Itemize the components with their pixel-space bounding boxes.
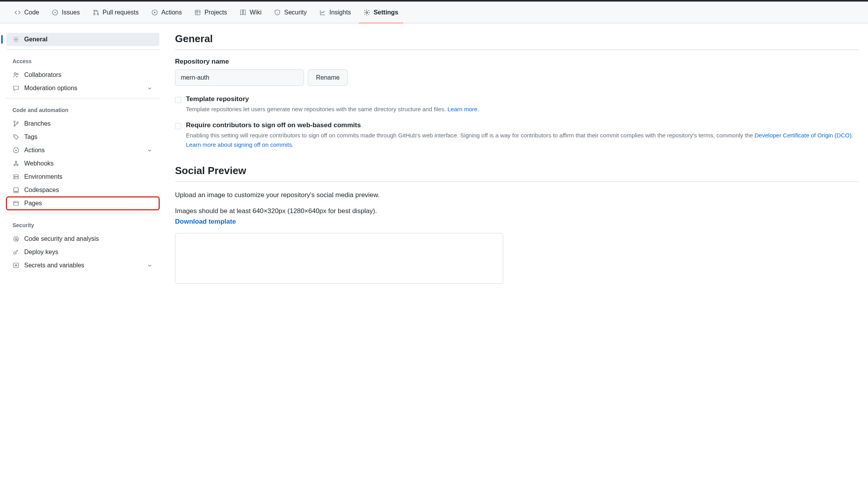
rename-button[interactable]: Rename [308,69,348,86]
svg-rect-29 [14,188,18,191]
svg-point-19 [14,135,15,136]
signoff-checkbox[interactable] [175,123,181,129]
code-icon [14,9,21,16]
svg-rect-7 [195,10,200,15]
sidebar-item-tags[interactable]: Tags [6,130,159,144]
sidebar-heading-code: Code and automation [6,103,159,117]
tab-actions[interactable]: Actions [146,2,186,23]
tab-settings[interactable]: Settings [359,2,403,23]
social-desc-1: Upload an image to customize your reposi… [175,190,859,200]
tab-label: Projects [204,9,227,16]
gear-icon [13,36,20,43]
svg-line-37 [17,240,18,241]
svg-rect-30 [14,192,18,193]
tab-security[interactable]: Security [269,2,311,23]
svg-point-38 [14,252,16,254]
sidebar-item-environments[interactable]: Environments [6,170,159,183]
play-circle-icon [13,147,20,154]
tab-label: Insights [329,9,351,16]
learn-more-link[interactable]: Learn more. [447,106,479,112]
svg-point-10 [277,12,278,12]
asterisk-icon [13,262,20,269]
tab-label: Issues [62,9,80,16]
comment-icon [13,85,20,92]
tab-label: Code [24,9,39,16]
sidebar-item-webhooks[interactable]: Webhooks [6,157,159,170]
social-desc-2: Images should be at least 640×320px (128… [175,206,859,216]
tab-insights[interactable]: Insights [314,2,355,23]
play-circle-icon [151,9,158,16]
svg-point-13 [15,39,17,41]
tab-label: Wiki [250,9,261,16]
svg-point-36 [15,238,17,240]
sidebar-item-moderation[interactable]: Moderation options [6,82,159,95]
repo-name-input[interactable] [175,69,304,86]
key-icon [13,249,20,256]
sidebar-item-label: Actions [24,147,45,154]
svg-marker-6 [154,11,156,13]
tab-issues[interactable]: Issues [47,2,84,23]
issue-icon [52,9,59,16]
server-icon [13,173,20,180]
chevron-down-icon [146,262,153,269]
svg-point-17 [14,125,15,126]
svg-point-2 [93,10,95,11]
sidebar-item-pages[interactable]: Pages [6,197,159,210]
branch-icon [13,120,20,127]
sidebar-item-label: Webhooks [24,160,54,167]
tab-label: Actions [161,9,182,16]
sidebar-item-codespaces[interactable]: Codespaces [6,183,159,197]
sidebar-item-secrets[interactable]: Secrets and variables [6,259,159,272]
tab-wiki[interactable]: Wiki [235,2,266,23]
signoff-learn-link[interactable]: Learn more about signing off on commits. [186,141,294,148]
tab-code[interactable]: Code [9,2,44,23]
settings-sidebar: General Access Collaborators Moderation … [0,23,166,293]
svg-rect-25 [14,175,18,177]
repo-nav: Code Issues Pull requests Actions Projec… [0,2,868,23]
tab-projects[interactable]: Projects [189,2,232,23]
sidebar-item-label: Secrets and variables [24,262,84,269]
gear-icon [363,9,370,16]
tab-label: Pull requests [103,9,139,16]
signoff-title: Require contributors to sign off on web-… [186,121,859,129]
chevron-down-icon [146,147,153,154]
dco-link[interactable]: Developer Certificate of Origin (DCO) [755,132,852,139]
sidebar-item-label: Collaborators [24,71,61,78]
codespaces-icon [13,187,20,194]
sidebar-item-label: Deploy keys [24,249,58,256]
sidebar-heading-access: Access [6,54,159,68]
download-template-link[interactable]: Download template [175,218,236,225]
sidebar-item-label: Tags [24,133,38,141]
signoff-desc: Enabling this setting will require contr… [186,131,859,149]
svg-point-14 [14,73,16,75]
svg-point-3 [93,13,95,15]
template-repo-title: Template repository [186,95,859,103]
shield-scan-icon [13,235,20,242]
svg-point-15 [17,73,18,75]
svg-point-1 [55,12,56,13]
sidebar-item-general[interactable]: General [6,33,159,46]
book-icon [239,9,246,16]
sidebar-item-label: Pages [24,200,42,207]
sidebar-item-branches[interactable]: Branches [6,117,159,130]
sidebar-item-code-security[interactable]: Code security and analysis [6,232,159,246]
svg-marker-21 [16,149,18,151]
tab-label: Settings [373,9,398,16]
page-title: General [175,33,859,50]
sidebar-item-actions[interactable]: Actions [6,144,159,157]
svg-rect-31 [14,201,18,206]
webhook-icon [13,160,20,167]
svg-point-12 [366,11,368,13]
tab-pull-requests[interactable]: Pull requests [88,2,144,23]
social-preview-heading: Social Preview [175,165,859,182]
sidebar-item-deploy-keys[interactable]: Deploy keys [6,246,159,259]
template-repo-checkbox[interactable] [175,97,181,103]
main-content: General Repository name Rename Template … [166,23,868,293]
social-preview-upload[interactable] [175,233,503,284]
chevron-down-icon [146,85,153,92]
repo-name-label: Repository name [175,58,859,66]
sidebar-item-collaborators[interactable]: Collaborators [6,68,159,82]
sidebar-item-label: Codespaces [24,187,59,194]
table-icon [194,9,201,16]
svg-point-16 [14,121,15,123]
